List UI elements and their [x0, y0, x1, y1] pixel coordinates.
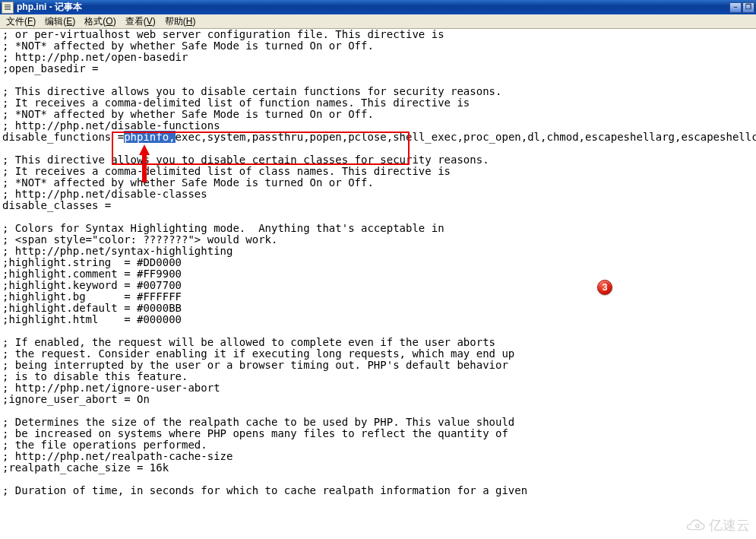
editor-line: ; Determines the size of the realpath ca…	[2, 417, 756, 428]
editor-line: ; http://php.net/ignore-user-abort	[2, 382, 756, 394]
editor-line: ; http://php.net/realpath-cache-size	[2, 451, 756, 462]
menu-file[interactable]: 文件(F)	[2, 14, 40, 29]
editor-line: disable_classes =	[2, 200, 756, 211]
editor-line: ;realpath_cache_size = 16k	[2, 462, 756, 474]
editor-line: ; being interrupted by the user or a bro…	[2, 360, 756, 371]
editor-line	[2, 325, 756, 337]
svg-point-0	[696, 525, 699, 528]
cloud-icon	[685, 518, 706, 533]
editor-line: ; http://php.net/disable-functions	[2, 120, 756, 132]
editor-line	[2, 211, 756, 223]
notepad-icon	[2, 2, 14, 14]
editor-line: disable_functions =phpinfo,exec,system,p…	[2, 132, 756, 143]
menu-edit[interactable]: 编辑(E)	[40, 14, 80, 29]
editor-selection: phpinfo,	[124, 131, 175, 143]
editor-line: ;highlight.keyword = #007700	[2, 280, 756, 291]
editor-line: ;highlight.bg = #FFFFFF	[2, 291, 756, 303]
editor-line: ; Duration of time, in seconds for which…	[2, 485, 756, 496]
editor-line: ; *NOT* affected by whether Safe Mode is…	[2, 177, 756, 189]
editor-line: ; <span style="color: ???????"> would wo…	[2, 234, 756, 246]
editor-line	[2, 75, 756, 86]
menubar: 文件(F) 编辑(E) 格式(O) 查看(V) 帮助(H)	[0, 14, 756, 29]
editor-line: ; *NOT* affected by whether Safe Mode is…	[2, 109, 756, 120]
menu-view[interactable]: 查看(V)	[121, 14, 160, 29]
menu-format[interactable]: 格式(O)	[80, 14, 120, 29]
window-controls: – ❐	[729, 2, 754, 13]
editor-line: ; be increased on systems where PHP open…	[2, 428, 756, 439]
menu-help[interactable]: 帮助(H)	[160, 14, 201, 29]
editor-line: ; If enabled, the request will be allowe…	[2, 337, 756, 348]
editor-line: ; the request. Consider enabling it if e…	[2, 348, 756, 360]
editor-line: ; the file operations performed.	[2, 439, 756, 451]
editor-line: ;highlight.html = #000000	[2, 314, 756, 325]
editor-text-area[interactable]: ; or per-virtualhost web server configur…	[0, 29, 756, 539]
window-title: php.ini - 记事本	[17, 1, 729, 14]
editor-line: ;highlight.default = #0000BB	[2, 303, 756, 314]
watermark-text: 亿速云	[709, 516, 750, 534]
editor-line: ; http://php.net/disable-classes	[2, 189, 756, 200]
editor-line: ; is to disable this feature.	[2, 371, 756, 382]
step-badge: 3	[597, 280, 612, 295]
editor-line: ; This directive allows you to disable c…	[2, 86, 756, 97]
maximize-button[interactable]: ❐	[742, 2, 754, 13]
editor-line: ; This directive allows you to disable c…	[2, 154, 756, 166]
editor-line: ; or per-virtualhost web server configur…	[2, 29, 756, 40]
editor-line	[2, 405, 756, 417]
editor-line: ; It receives a comma-delimited list of …	[2, 166, 756, 177]
editor-line: ; http://php.net/open-basedir	[2, 52, 756, 63]
titlebar: php.ini - 记事本 – ❐	[0, 0, 756, 14]
watermark: 亿速云	[685, 516, 750, 534]
editor-line: ;ignore_user_abort = On	[2, 394, 756, 405]
editor-line: ;open_basedir =	[2, 63, 756, 75]
editor-line: ;highlight.comment = #FF9900	[2, 268, 756, 280]
minimize-button[interactable]: –	[729, 2, 742, 13]
editor-line: ;highlight.string = #DD0000	[2, 257, 756, 268]
editor-line: ; Colors for Syntax Highlighting mode. A…	[2, 223, 756, 234]
editor-line: ; *NOT* affected by whether Safe Mode is…	[2, 40, 756, 52]
editor-line	[2, 474, 756, 485]
editor-line: ; http://php.net/syntax-highlighting	[2, 246, 756, 257]
editor-line	[2, 143, 756, 154]
editor-line: ; It receives a comma-delimited list of …	[2, 97, 756, 109]
